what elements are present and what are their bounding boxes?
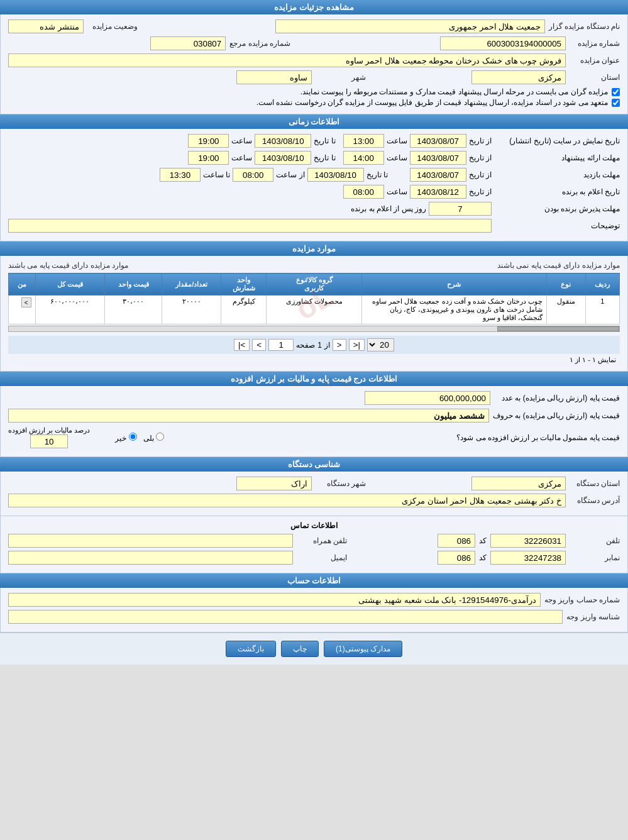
from-time-1[interactable] <box>343 134 384 148</box>
base-price-input[interactable] <box>365 391 490 405</box>
base-price-text-input[interactable] <box>8 409 489 423</box>
of-text: از <box>324 341 330 350</box>
from-time-text-3: از ساعت <box>276 170 304 179</box>
from-date-4[interactable] <box>410 185 466 199</box>
col-total: قیمت کل <box>35 274 104 296</box>
tax-yes-label[interactable]: بلی <box>143 433 164 443</box>
winner-accept-input[interactable] <box>429 202 492 216</box>
winner-accept-suffix: روز پس از اعلام به برنده <box>351 204 426 213</box>
col-unit: واحدشمارش <box>221 274 267 296</box>
base-price-label: قیمت پایه (ارزش ریالی مزایده) به عدد <box>494 394 620 402</box>
checkbox-1[interactable] <box>612 88 620 96</box>
fax-code-input[interactable] <box>438 551 475 565</box>
ref-no-input[interactable] <box>150 36 226 50</box>
mobile-input[interactable] <box>8 534 293 548</box>
auction-no-label: شماره مزایده <box>570 39 620 48</box>
title-input[interactable] <box>8 53 566 67</box>
page-next-btn[interactable]: > <box>252 339 266 351</box>
footer-buttons: مدارک پیوستی(1) چاپ بازگشت <box>0 633 628 665</box>
status-label: وضعیت مزایده <box>87 22 138 31</box>
auction-no-input[interactable] <box>440 36 566 50</box>
device-province-input[interactable] <box>471 477 566 490</box>
checkbox-row-2: متعهد می شود در اسناد مزایده، ارسال پیشن… <box>8 98 620 107</box>
from-text-1: از تاریخ <box>469 136 492 145</box>
scroll-thumb[interactable] <box>497 326 619 331</box>
price-section: قیمت پایه (ارزش ریالی مزایده) به عدد قیم… <box>0 386 628 457</box>
to-time-text-3: تا ساعت <box>203 170 230 179</box>
to-time-3[interactable] <box>160 168 201 182</box>
tax-no-label[interactable]: خیر <box>115 433 136 443</box>
time-text-2: ساعت <box>387 153 407 162</box>
checkbox-1-label: مزایده گران می بایست در مرحله ارسال پیشن… <box>300 87 608 96</box>
to-time-1[interactable] <box>188 134 229 148</box>
device-address-input[interactable] <box>8 494 566 507</box>
section-header-device: شناسی دستگاه <box>0 457 628 472</box>
province-input[interactable] <box>471 70 566 84</box>
cell-qty: ۲۰۰۰۰ <box>162 296 221 324</box>
to-time-2[interactable] <box>188 151 229 165</box>
device-city-label: شهر دستگاه <box>316 479 366 488</box>
cell-type: منقول <box>546 296 585 324</box>
device-city-input[interactable] <box>236 477 312 490</box>
time-label-1: تاریخ نمایش در سایت (تاریخ انتشار) <box>494 136 620 145</box>
cell-action[interactable]: > <box>9 296 36 324</box>
tax-yes-radio[interactable] <box>156 433 164 441</box>
per-page-select[interactable]: 20 <box>367 338 394 351</box>
phone-code-input[interactable] <box>438 534 475 548</box>
tax-percent-input[interactable] <box>30 434 68 448</box>
city-input[interactable] <box>236 70 312 84</box>
fax-input[interactable] <box>490 551 566 565</box>
page-first-btn[interactable]: |< <box>349 339 365 351</box>
current-page-input[interactable] <box>268 339 294 351</box>
desc-input[interactable] <box>8 219 492 233</box>
from-time-3[interactable] <box>233 168 273 182</box>
account-no-input[interactable] <box>8 593 541 607</box>
time-label-2: مهلت ارائه پیشنهاد <box>494 153 620 162</box>
page-last-btn[interactable]: >| <box>234 339 250 351</box>
from-date-2[interactable] <box>410 151 466 165</box>
account-section: شماره حساب واریز وجه شناسه واریز وجه <box>0 588 628 633</box>
details-section: نام دستگاه مزایده گزار وضعیت مزایده شمار… <box>0 14 628 114</box>
documents-button[interactable]: مدارک پیوستی(1) <box>324 641 402 657</box>
from-time-4[interactable] <box>343 185 384 199</box>
tax-radio-group: بلی خیر <box>115 433 164 443</box>
items-section: موارد مزایده دارای قیمت پایه نمی باشند م… <box>0 256 628 372</box>
to-date-1[interactable] <box>255 134 311 148</box>
from-date-1[interactable] <box>410 134 466 148</box>
tax-percent-label: درصد مالیات بر ارزش افزوده <box>8 426 90 434</box>
print-button[interactable]: چاپ <box>281 641 319 657</box>
checkbox-row-1: مزایده گران می بایست در مرحله ارسال پیشن… <box>8 87 620 96</box>
section-header-details: مشاهده جزئیات مزایده <box>0 0 628 14</box>
status-input[interactable] <box>8 19 84 33</box>
tax-no-radio[interactable] <box>129 433 137 441</box>
price-row-2: قیمت پایه (ارزش ریالی مزایده) به حروف <box>8 409 620 423</box>
device-address-label: آدرس دستگاه <box>570 496 620 505</box>
from-date-3[interactable] <box>410 168 466 182</box>
page-prev-btn[interactable]: < <box>333 339 346 351</box>
time-row-4: تاریخ اعلام به برنده از تاریخ ساعت <box>8 185 620 199</box>
from-time-2[interactable] <box>343 151 384 165</box>
price-row-1: قیمت پایه (ارزش ریالی مزایده) به عدد <box>8 391 620 405</box>
phone-label: تلفن <box>570 536 620 545</box>
horizontal-scrollbar[interactable] <box>8 326 620 332</box>
city-label: شهر <box>316 73 366 82</box>
phone-code-label: کد <box>479 536 487 545</box>
to-text-2: تا تاریخ <box>314 153 335 162</box>
sheba-input[interactable] <box>8 610 563 624</box>
email-input[interactable] <box>8 551 293 565</box>
org-input[interactable] <box>275 19 545 33</box>
time-section: تاریخ نمایش در سایت (تاریخ انتشار) از تا… <box>0 129 628 241</box>
to-text-3: تا تاریخ <box>366 170 388 179</box>
checkbox-2[interactable] <box>612 99 620 107</box>
to-date-2[interactable] <box>255 151 311 165</box>
back-button[interactable]: بازگشت <box>226 641 276 657</box>
contact-row-1: تلفن کد تلفن همراه <box>8 534 620 548</box>
row-arrow-btn[interactable]: > <box>21 297 31 307</box>
to-date-3[interactable] <box>307 168 364 182</box>
from-text-4: از تاریخ <box>469 187 492 196</box>
account-no-label: شماره حساب واریز وجه <box>544 595 620 604</box>
ref-no-label: شماره مزایده مرجع <box>229 39 290 48</box>
phone-input[interactable] <box>490 534 566 548</box>
col-desc: شرح <box>361 274 546 296</box>
mobile-label: تلفن همراه <box>297 536 347 545</box>
